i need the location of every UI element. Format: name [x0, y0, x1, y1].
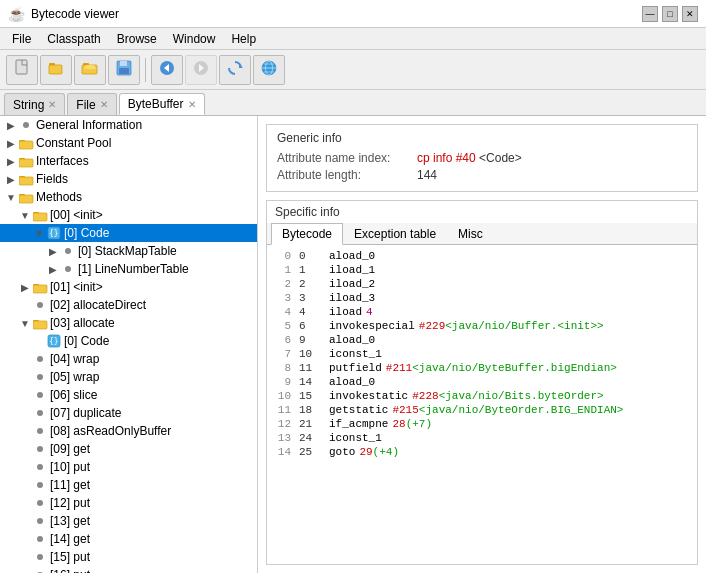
menu-classpath[interactable]: Classpath [39, 30, 108, 48]
tree-item-fields[interactable]: ▶Fields [0, 170, 257, 188]
bc-arg[interactable]: #211 [386, 362, 412, 374]
tab-string-close[interactable]: ✕ [48, 99, 56, 110]
tree-item-method-06-slice[interactable]: [06] slice [0, 386, 257, 404]
tree-item-linenumbertable[interactable]: ▶[1] LineNumberTable [0, 260, 257, 278]
tree-item-method-15-put[interactable]: [15] put [0, 548, 257, 566]
menu-window[interactable]: Window [165, 30, 224, 48]
attr-length-value: 144 [417, 168, 437, 182]
bc-arg[interactable]: #215 [392, 404, 418, 416]
open-file-button[interactable] [40, 55, 72, 85]
svg-point-50 [37, 518, 43, 524]
tree-item-method-13-get[interactable]: [13] get [0, 512, 257, 530]
tree-item-methods[interactable]: ▼Methods [0, 188, 257, 206]
tree-icon-folder [18, 189, 34, 205]
tree-icon-bullet [32, 351, 48, 367]
tree-panel[interactable]: ▶General Information▶Constant Pool▶Inter… [0, 116, 258, 573]
right-panel: Generic info Attribute name index: cp in… [258, 116, 706, 573]
bytecode-row: 710iconst_1 [267, 347, 697, 361]
tree-item-method-04-wrap[interactable]: [04] wrap [0, 350, 257, 368]
bytecode-row: 1221if_acmpne28 (+7) [267, 417, 697, 431]
tree-expander[interactable]: ▼ [4, 192, 18, 203]
tab-file[interactable]: File ✕ [67, 93, 116, 115]
bc-arg[interactable]: #228 [412, 390, 438, 402]
inner-tab-misc[interactable]: Misc [447, 223, 494, 244]
maximize-button[interactable]: □ [662, 6, 678, 22]
bc-instruction: iload_2 [329, 278, 375, 290]
menu-help[interactable]: Help [223, 30, 264, 48]
attribute-name-row: Attribute name index: cp info #40 <Code> [277, 151, 687, 165]
tree-item-method-00-init[interactable]: ▼[00] <init> [0, 206, 257, 224]
tree-item-method-02-allocatedirect[interactable]: [02] allocateDirect [0, 296, 257, 314]
bc-arg[interactable]: 28 [392, 418, 405, 430]
tree-expander[interactable]: ▶ [4, 120, 18, 131]
title-left: ☕ Bytecode viewer [8, 6, 119, 22]
tree-item-general-info[interactable]: ▶General Information [0, 116, 257, 134]
tree-expander[interactable]: ▼ [18, 318, 32, 329]
tree-expander[interactable]: ▼ [18, 210, 32, 221]
bc-offset: 18 [299, 404, 323, 416]
bc-line-num: 3 [273, 292, 291, 304]
minimize-button[interactable]: — [642, 6, 658, 22]
tree-expander[interactable]: ▶ [4, 174, 18, 185]
tree-icon-folder [32, 279, 48, 295]
tree-label: [01] <init> [50, 280, 103, 294]
inner-tab-bytecode[interactable]: Bytecode [271, 223, 343, 245]
tree-item-method-16-put[interactable]: [16] put [0, 566, 257, 573]
web-icon [260, 59, 278, 80]
menu-browse[interactable]: Browse [109, 30, 165, 48]
tree-label: Fields [36, 172, 68, 186]
svg-point-32 [65, 248, 71, 254]
tree-item-method-14-get[interactable]: [14] get [0, 530, 257, 548]
tree-item-method-09-get[interactable]: [09] get [0, 440, 257, 458]
generic-info-title: Generic info [277, 131, 687, 145]
save-button[interactable] [108, 55, 140, 85]
svg-point-47 [37, 464, 43, 470]
tree-item-method-11-get[interactable]: [11] get [0, 476, 257, 494]
bc-arg[interactable]: #229 [419, 320, 445, 332]
attr-name-link[interactable]: cp info #40 [417, 151, 476, 165]
tree-expander[interactable]: ▶ [46, 264, 60, 275]
tree-expander[interactable]: ▶ [4, 156, 18, 167]
refresh-button[interactable] [219, 55, 251, 85]
tree-item-method-12-put[interactable]: [12] put [0, 494, 257, 512]
svg-rect-29 [33, 213, 47, 221]
tree-item-method-08-asreadonlybuffer[interactable]: [08] asReadOnlyBuffer [0, 422, 257, 440]
svg-marker-5 [84, 65, 96, 69]
tree-item-method-03-code[interactable]: {}[0] Code [0, 332, 257, 350]
back-button[interactable] [151, 55, 183, 85]
tree-item-method-10-put[interactable]: [10] put [0, 458, 257, 476]
tab-file-close[interactable]: ✕ [100, 99, 108, 110]
close-button[interactable]: ✕ [682, 6, 698, 22]
tree-item-method-00-code[interactable]: ▼{}[0] Code [0, 224, 257, 242]
tree-item-method-03-allocate[interactable]: ▼[03] allocate [0, 314, 257, 332]
inner-tab-exception-table[interactable]: Exception table [343, 223, 447, 244]
tree-item-method-07-duplicate[interactable]: [07] duplicate [0, 404, 257, 422]
refresh-icon [226, 59, 244, 80]
tree-expander[interactable]: ▶ [4, 138, 18, 149]
forward-button[interactable] [185, 55, 217, 85]
tree-expander[interactable]: ▶ [46, 246, 60, 257]
svg-point-46 [37, 446, 43, 452]
toolbar-separator-1 [145, 58, 146, 82]
tab-bytebuffer-close[interactable]: ✕ [188, 99, 196, 110]
tree-expander[interactable]: ▶ [18, 282, 32, 293]
tree-item-method-01-init[interactable]: ▶[01] <init> [0, 278, 257, 296]
tree-item-stackmaptable[interactable]: ▶[0] StackMapTable [0, 242, 257, 260]
open-folder-button[interactable] [74, 55, 106, 85]
svg-rect-25 [19, 177, 33, 185]
web-button[interactable] [253, 55, 285, 85]
tree-expander[interactable]: ▼ [32, 228, 46, 239]
tree-item-method-05-wrap[interactable]: [05] wrap [0, 368, 257, 386]
menu-file[interactable]: File [4, 30, 39, 48]
attr-name-value: cp info #40 <Code> [417, 151, 522, 165]
new-file-button[interactable] [6, 55, 38, 85]
bc-line-num: 14 [273, 446, 291, 458]
tab-bytebuffer[interactable]: ByteBuffer ✕ [119, 93, 205, 115]
app-icon: ☕ [8, 6, 25, 22]
tree-item-constant-pool[interactable]: ▶Constant Pool [0, 134, 257, 152]
svg-rect-38 [33, 321, 47, 329]
tab-string[interactable]: String ✕ [4, 93, 65, 115]
bc-arg[interactable]: 29 [359, 446, 372, 458]
tree-item-interfaces[interactable]: ▶Interfaces [0, 152, 257, 170]
bytecode-content[interactable]: 00aload_011iload_122iload_233iload_344il… [267, 245, 697, 564]
